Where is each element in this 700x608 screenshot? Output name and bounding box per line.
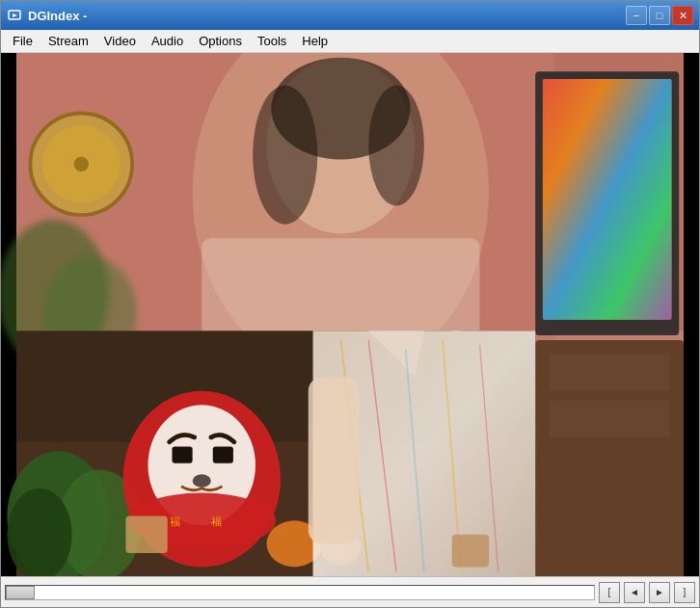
window-title: DGIndex -: [28, 9, 87, 23]
svg-rect-4: [16, 53, 553, 340]
prev-button[interactable]: ◄: [624, 582, 645, 603]
svg-point-8: [1, 220, 109, 368]
restore-button[interactable]: □: [649, 6, 670, 25]
svg-line-42: [340, 340, 368, 571]
svg-rect-3: [16, 53, 684, 330]
video-scene: 福 福: [1, 53, 699, 576]
svg-point-33: [127, 493, 276, 549]
scrollbar-track[interactable]: [5, 585, 595, 600]
svg-line-46: [480, 345, 498, 571]
svg-rect-19: [543, 79, 672, 320]
svg-rect-39: [313, 330, 536, 576]
svg-marker-40: [368, 330, 424, 377]
menu-help[interactable]: Help: [294, 32, 336, 50]
svg-rect-48: [452, 535, 489, 568]
svg-line-45: [443, 340, 461, 571]
svg-point-10: [193, 53, 490, 377]
svg-marker-1: [13, 13, 17, 17]
scrollbar-thumb[interactable]: [6, 586, 35, 599]
svg-rect-24: [16, 442, 535, 576]
close-button[interactable]: ✕: [672, 6, 693, 25]
bracket-right-button[interactable]: ]: [674, 582, 695, 603]
svg-text:福: 福: [170, 515, 180, 527]
menu-file[interactable]: File: [5, 32, 40, 50]
menu-bar: File Stream Video Audio Options Tools He…: [1, 30, 699, 53]
menu-stream[interactable]: Stream: [40, 32, 96, 50]
svg-point-7: [74, 157, 89, 172]
menu-options[interactable]: Options: [191, 32, 250, 50]
svg-rect-23: [16, 330, 535, 576]
svg-point-12: [271, 58, 410, 160]
svg-rect-38: [125, 516, 167, 553]
svg-point-9: [44, 256, 137, 367]
svg-point-27: [7, 489, 71, 576]
svg-rect-16: [535, 71, 679, 335]
svg-rect-21: [550, 354, 670, 390]
svg-point-36: [267, 520, 323, 567]
svg-point-11: [267, 58, 416, 234]
svg-point-13: [253, 86, 317, 225]
svg-point-6: [42, 125, 121, 203]
svg-rect-15: [202, 238, 479, 377]
svg-rect-30: [172, 446, 192, 463]
scrollbar-area: [ ◄ ► ]: [1, 576, 699, 607]
video-content: 福 福: [1, 53, 699, 576]
minimize-button[interactable]: −: [626, 6, 647, 25]
svg-line-43: [368, 340, 396, 571]
title-bar: DGIndex - − □ ✕: [1, 1, 699, 30]
svg-rect-20: [535, 340, 684, 576]
svg-point-28: [123, 391, 281, 568]
svg-marker-41: [415, 330, 461, 377]
svg-rect-22: [550, 400, 670, 436]
svg-point-32: [193, 474, 211, 487]
svg-line-44: [406, 350, 424, 572]
main-window: DGIndex - − □ ✕ File Stream Video Audio …: [0, 0, 700, 608]
svg-point-26: [58, 469, 141, 576]
next-button[interactable]: ►: [649, 582, 670, 603]
window-controls: − □ ✕: [626, 6, 693, 25]
menu-video[interactable]: Video: [96, 32, 144, 50]
svg-rect-18: [543, 79, 672, 320]
svg-point-37: [320, 532, 361, 566]
svg-rect-31: [213, 446, 233, 463]
svg-rect-47: [309, 377, 360, 543]
bracket-left-button[interactable]: [: [599, 582, 620, 603]
menu-audio[interactable]: Audio: [144, 32, 191, 50]
svg-point-25: [7, 451, 109, 576]
svg-rect-17: [543, 79, 672, 320]
video-display: 福 福: [1, 53, 699, 576]
menu-tools[interactable]: Tools: [250, 32, 294, 50]
svg-point-14: [368, 86, 424, 206]
svg-text:福: 福: [211, 515, 222, 527]
svg-point-5: [30, 113, 132, 215]
app-icon: [7, 8, 22, 23]
svg-rect-2: [16, 53, 684, 576]
svg-point-29: [148, 405, 255, 525]
